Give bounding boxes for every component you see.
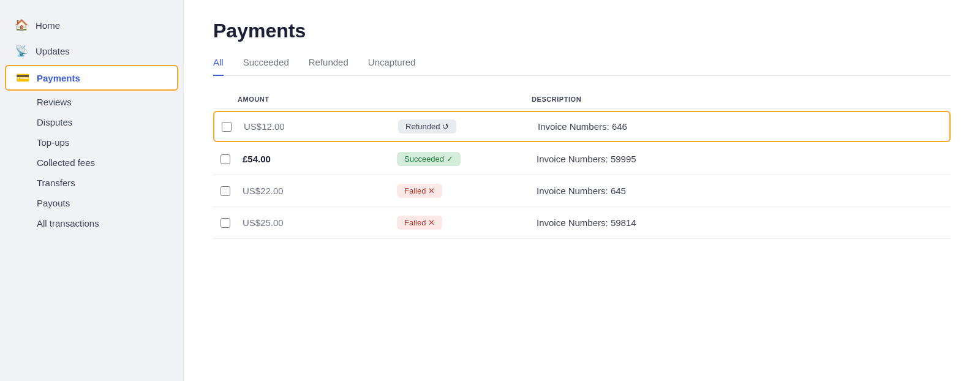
table-row[interactable]: US$22.00Failed ✕Invoice Numbers: 645	[213, 175, 951, 207]
sidebar-item-label-payments: Payments	[37, 73, 80, 83]
row-checkbox[interactable]	[213, 218, 238, 228]
col-status	[397, 96, 532, 103]
status-badge: Failed ✕	[397, 216, 442, 230]
tab-uncaptured[interactable]: Uncaptured	[368, 57, 416, 76]
row-amount: US$22.00	[238, 186, 397, 196]
checkbox-input[interactable]	[221, 154, 230, 164]
table-body: US$12.00Refunded ↺Invoice Numbers: 646£5…	[213, 111, 951, 239]
row-status: Refunded ↺	[398, 119, 533, 134]
col-checkbox	[213, 96, 238, 103]
row-checkbox[interactable]	[213, 154, 238, 164]
sidebar-item-all-transactions[interactable]: All transactions	[0, 213, 183, 233]
tab-succeeded[interactable]: Succeeded	[243, 57, 289, 76]
page-title: Payments	[213, 20, 951, 42]
sidebar: 🏠Home📡Updates💳PaymentsReviewsDisputesTop…	[0, 0, 184, 381]
sidebar-item-transfers[interactable]: Transfers	[0, 173, 183, 193]
row-amount: £54.00	[238, 154, 397, 164]
row-amount: US$12.00	[239, 121, 398, 132]
sidebar-item-updates[interactable]: 📡Updates	[0, 38, 183, 64]
updates-icon: 📡	[15, 44, 28, 58]
row-checkbox[interactable]	[213, 186, 238, 196]
row-description: Invoice Numbers: 59814	[532, 217, 951, 228]
table-row[interactable]: US$25.00Failed ✕Invoice Numbers: 59814	[213, 207, 951, 239]
home-icon: 🏠	[15, 18, 28, 32]
checkbox-input[interactable]	[221, 186, 230, 196]
checkbox-input[interactable]	[221, 218, 230, 228]
row-amount: US$25.00	[238, 217, 397, 228]
row-status: Failed ✕	[397, 216, 532, 230]
sidebar-item-reviews[interactable]: Reviews	[0, 92, 183, 112]
sidebar-item-label-updates: Updates	[36, 46, 70, 56]
row-checkbox[interactable]	[214, 122, 239, 132]
status-badge: Refunded ↺	[398, 119, 456, 134]
main-content: Payments AllSucceededRefundedUncaptured …	[184, 0, 980, 381]
tab-all[interactable]: All	[213, 57, 224, 76]
sidebar-item-payments[interactable]: 💳Payments	[5, 65, 178, 91]
tab-refunded[interactable]: Refunded	[309, 57, 349, 76]
payments-icon: 💳	[16, 71, 29, 85]
row-description: Invoice Numbers: 645	[532, 186, 951, 196]
table-row[interactable]: US$12.00Refunded ↺Invoice Numbers: 646	[213, 111, 951, 142]
checkbox-input[interactable]	[222, 122, 232, 132]
row-status: Succeeded ✓	[397, 152, 532, 166]
tab-bar: AllSucceededRefundedUncaptured	[213, 57, 951, 76]
sidebar-item-topups[interactable]: Top-ups	[0, 132, 183, 153]
sidebar-item-home[interactable]: 🏠Home	[0, 12, 183, 38]
row-status: Failed ✕	[397, 184, 532, 198]
sidebar-item-label-home: Home	[36, 20, 60, 31]
row-description: Invoice Numbers: 59995	[532, 154, 951, 164]
table-row[interactable]: £54.00Succeeded ✓Invoice Numbers: 59995	[213, 143, 951, 175]
sidebar-item-disputes[interactable]: Disputes	[0, 112, 183, 132]
row-description: Invoice Numbers: 646	[533, 121, 949, 132]
status-badge: Succeeded ✓	[397, 152, 461, 166]
col-description: DESCRIPTION	[532, 96, 951, 103]
sidebar-item-payouts[interactable]: Payouts	[0, 193, 183, 213]
status-badge: Failed ✕	[397, 184, 442, 198]
col-amount: AMOUNT	[238, 96, 397, 103]
table-header: AMOUNT DESCRIPTION	[213, 91, 951, 108]
sidebar-item-collected-fees[interactable]: Collected fees	[0, 153, 183, 173]
